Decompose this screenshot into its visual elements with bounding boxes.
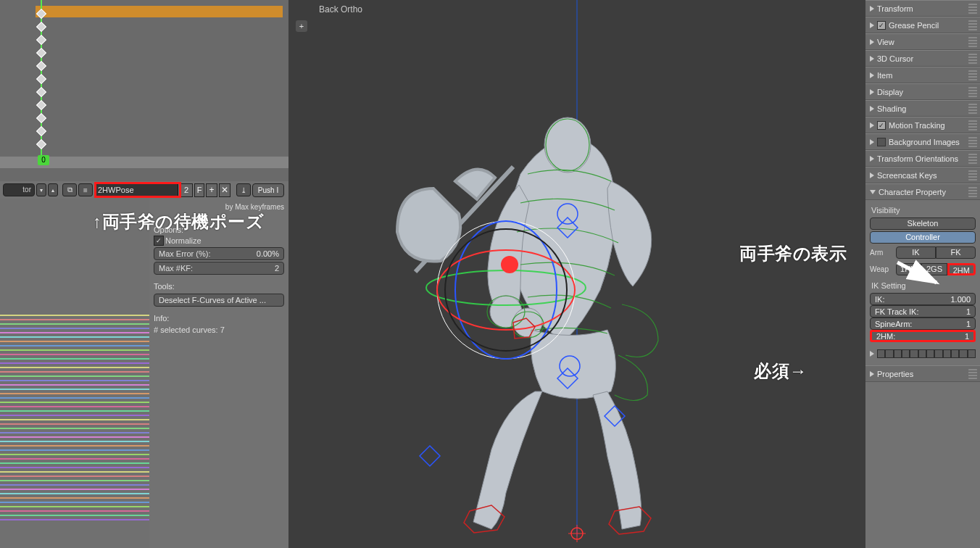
weap-2gs-button[interactable]: 2GS <box>921 263 947 275</box>
keyframe-diamond[interactable] <box>36 100 46 110</box>
keyframe-diamond[interactable] <box>36 48 46 58</box>
arm-fk-button[interactable]: FK <box>936 246 976 259</box>
keyframe-diamond[interactable] <box>36 74 46 84</box>
section-display[interactable]: Display <box>865 83 980 100</box>
section-grease-pencil[interactable]: ✓Grease Pencil <box>865 17 980 33</box>
section-view[interactable]: View <box>865 33 980 50</box>
keyframe-diamond[interactable] <box>36 126 46 136</box>
section-shading[interactable]: Shading <box>865 100 980 117</box>
section-motion-tracking[interactable]: ✓Motion Tracking <box>865 117 980 133</box>
keyframe-mode-label: by Max keyframes <box>154 203 284 211</box>
svg-point-6 <box>544 117 591 173</box>
action-users-count[interactable]: 2 <box>180 183 193 197</box>
properties-n-panel: Transform ✓Grease Pencil View 3D Cursor … <box>865 0 980 548</box>
ik-setting-label: IK Setting <box>871 281 976 290</box>
section-background-images[interactable]: Background Images <box>865 133 980 150</box>
keyframe-diamond[interactable] <box>36 113 46 123</box>
dopesheet-header: tor ▾ ▴ ⧉ ≡ 2HWPose 2 F + ✕ ⤓ Push I <box>0 181 288 199</box>
info-label: Info: <box>154 314 284 323</box>
section-3d-cursor[interactable]: 3D Cursor <box>865 50 980 67</box>
controller-button[interactable]: Controller <box>870 231 976 244</box>
push-down-button[interactable]: Push I <box>252 183 284 197</box>
viewport-content <box>288 0 865 548</box>
spinearm-slider[interactable]: SpineArm:1 <box>870 317 976 330</box>
ik-slider[interactable]: IK:1.000 <box>870 293 976 305</box>
editor-type-select[interactable]: tor <box>3 183 35 196</box>
pushdown-icon[interactable]: ⤓ <box>236 183 251 196</box>
max-kf-field[interactable]: Max #KF: 2 <box>154 262 284 275</box>
skeleton-button[interactable]: Skeleton <box>870 217 976 230</box>
keyframe-diamond[interactable] <box>36 87 46 97</box>
action-unlink-button[interactable]: ✕ <box>219 183 231 197</box>
section-transform[interactable]: Transform <box>865 0 980 17</box>
twohm-slider[interactable]: 2HM:1 <box>870 330 976 342</box>
section-screencast-keys[interactable]: Screencast Keys <box>865 167 980 183</box>
keyframe-diamond[interactable] <box>36 22 46 32</box>
fcurve-area[interactable] <box>0 199 149 548</box>
visibility-label: Visibility <box>871 206 976 215</box>
keyframe-diamond[interactable] <box>36 61 46 71</box>
keyframe-diamond[interactable] <box>36 139 46 149</box>
tool-panel: by Max keyframes Options: ✓ Normalize Ma… <box>149 199 288 548</box>
bone-layers[interactable] <box>877 349 976 358</box>
normalize-checkbox[interactable]: ✓ <box>154 236 164 246</box>
max-error-field[interactable]: Max Error (%): 0.00% <box>154 247 284 260</box>
keyframe-diamond[interactable] <box>36 35 46 45</box>
dope-action-strip[interactable] <box>36 6 283 17</box>
section-character-property[interactable]: Character Property <box>865 183 980 200</box>
layers-collapse-icon[interactable] <box>870 351 874 357</box>
snap-icon[interactable]: ⧉ <box>62 183 77 196</box>
weap-1hm-button[interactable]: 1HM <box>896 263 921 275</box>
fake-user-toggle[interactable]: F <box>194 183 204 197</box>
normalize-label: Normalize <box>165 236 202 245</box>
action-browse-icon[interactable]: ≡ <box>78 183 93 196</box>
info-text: # selected curves: 7 <box>154 325 284 334</box>
deselect-fcurves-button[interactable]: Deselect F-Curves of Active ... <box>154 294 284 307</box>
section-properties[interactable]: Properties <box>865 365 980 382</box>
timeline-ruler[interactable]: 0 <box>0 157 288 168</box>
3d-viewport[interactable]: Back Ortho + <box>288 0 865 548</box>
dopesheet-area[interactable]: 0 <box>0 0 288 181</box>
section-item[interactable]: Item <box>865 67 980 83</box>
options-label: Options: <box>154 225 183 234</box>
current-frame: 0 <box>38 155 49 165</box>
action-new-button[interactable]: + <box>206 183 217 197</box>
svg-point-16 <box>501 256 518 273</box>
character-property-body: Visibility Skeleton Controller Arm IK FK… <box>865 200 980 365</box>
header-expand-icon[interactable]: ▾ <box>36 183 46 196</box>
fk-track-ik-slider[interactable]: FK Track IK:1 <box>870 305 976 317</box>
section-transform-orientations[interactable]: Transform Orientations <box>865 150 980 167</box>
header-collapse-icon[interactable]: ▴ <box>48 183 58 196</box>
action-name-field[interactable]: 2HWPose <box>94 183 178 197</box>
weap-2hm-button[interactable]: 2HM <box>947 263 976 275</box>
grease-pencil-checkbox[interactable]: ✓ <box>877 21 886 30</box>
motion-tracking-checkbox[interactable]: ✓ <box>877 121 886 130</box>
bg-images-checkbox[interactable] <box>877 138 886 146</box>
weap-label: Weap <box>870 265 893 273</box>
arm-label: Arm <box>870 249 893 257</box>
tools-label: Tools: <box>154 282 284 291</box>
arm-ik-button[interactable]: IK <box>896 246 936 259</box>
